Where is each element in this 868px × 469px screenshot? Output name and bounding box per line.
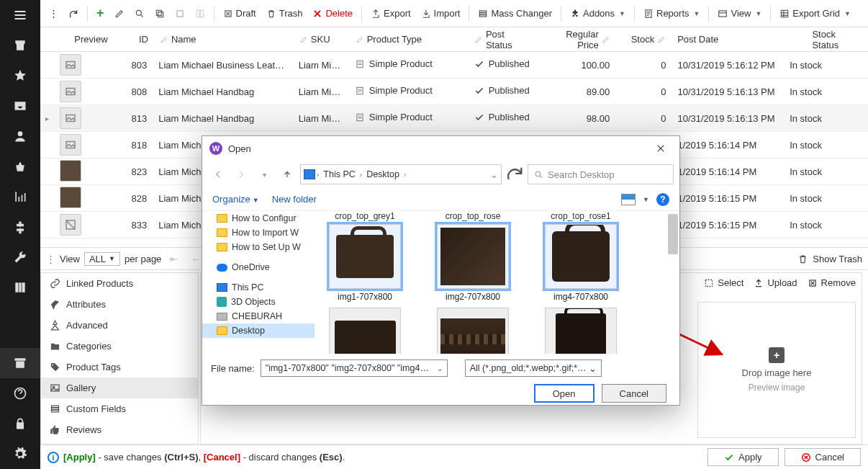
breadcrumb[interactable]: › This PC › Desktop › ⌄ <box>300 164 502 184</box>
file-item[interactable] <box>430 308 516 354</box>
col-stock-status[interactable]: Stock Status <box>783 29 868 50</box>
pager-all-select[interactable]: ALL▼ <box>84 252 120 266</box>
sidebar-item-linked[interactable]: Linked Products <box>41 273 198 294</box>
gallery-upload-button[interactable]: Upload <box>754 277 797 288</box>
trash-button[interactable]: Trash <box>262 6 307 21</box>
show-trash-toggle[interactable]: Show Trash <box>813 254 862 264</box>
wrench-icon[interactable] <box>0 242 40 272</box>
view-button[interactable]: View▼ <box>713 6 766 21</box>
sidebar-item-gallery[interactable]: Gallery <box>41 378 198 398</box>
col-product-type[interactable]: Product Type <box>350 34 448 45</box>
file-list[interactable]: crop_top_grey1crop_top_rosecrop_top_rose… <box>315 211 679 354</box>
mass-changer-button[interactable]: Mass Changer <box>474 6 556 21</box>
tree-item[interactable]: 3D Objects <box>202 295 315 309</box>
basket-icon[interactable] <box>0 151 40 182</box>
delete-button[interactable]: Delete <box>308 6 357 21</box>
sidebar-item-advanced[interactable]: Advanced <box>41 315 198 336</box>
chart-icon[interactable] <box>0 182 40 212</box>
gear-icon[interactable] <box>0 439 40 469</box>
inbox-icon[interactable] <box>0 91 40 121</box>
user-icon[interactable] <box>0 121 40 151</box>
sidebar-item-tags[interactable]: Product Tags <box>41 357 198 378</box>
scrollbar-thumb[interactable] <box>668 214 678 254</box>
sidebar-item-cats[interactable]: Categories <box>41 336 198 357</box>
add-icon[interactable]: + <box>92 4 109 23</box>
file-item[interactable]: img1-707x800 <box>322 224 408 302</box>
copy-icon[interactable] <box>150 6 169 21</box>
cancel-button[interactable]: Cancel <box>785 448 861 466</box>
col-name[interactable]: Name <box>154 34 294 45</box>
import-button[interactable]: Import <box>417 6 465 21</box>
export-button[interactable]: Export <box>366 6 415 21</box>
export-grid-button[interactable]: Export Grid▼ <box>775 6 855 21</box>
file-item[interactable]: img2-707x800 <box>430 224 516 302</box>
col-id[interactable]: ID <box>112 34 154 45</box>
file-item[interactable] <box>538 308 624 354</box>
view-mode-icon[interactable] <box>621 194 636 205</box>
gallery-select-button[interactable]: Select <box>704 277 743 288</box>
search-input[interactable]: Search Desktop <box>528 164 674 184</box>
sidebar-item-attrs[interactable]: Attributes <box>41 294 198 315</box>
crumb-desktop[interactable]: Desktop <box>363 169 402 179</box>
archive-icon[interactable] <box>0 348 40 378</box>
dialog-cancel-button[interactable]: Cancel <box>602 384 666 403</box>
tree-item[interactable]: CHEBURAH <box>202 309 315 323</box>
square-icon[interactable] <box>171 6 189 21</box>
menu-icon[interactable] <box>0 0 40 30</box>
draft-button[interactable]: Draft <box>219 6 261 21</box>
nav-up-icon[interactable] <box>277 164 297 184</box>
col-stock[interactable]: Stock <box>615 34 672 45</box>
view-mode-dropdown-icon[interactable]: ▼ <box>643 196 649 203</box>
edit-icon[interactable] <box>110 6 129 21</box>
organize-button[interactable]: Organize▼ <box>212 194 259 205</box>
tree-item[interactable]: OneDrive <box>202 260 315 274</box>
col-regular-price[interactable]: Regular Price <box>538 29 615 50</box>
table-row[interactable]: ▸813Liam Michael HandbagLiam MichaelSimp… <box>40 105 868 132</box>
new-folder-button[interactable]: New folder <box>272 194 317 205</box>
reports-button[interactable]: Reports▼ <box>639 6 704 21</box>
dialog-help-icon[interactable]: ? <box>656 193 669 206</box>
tree-item[interactable]: Desktop <box>202 323 315 338</box>
search-icon[interactable] <box>130 6 149 21</box>
gallery-remove-button[interactable]: Remove <box>808 277 856 288</box>
dialog-toolbar: Organize▼ New folder ▼ ? <box>202 188 679 211</box>
sidebar-item-reviews[interactable]: Reviews <box>41 419 198 440</box>
table-row[interactable]: 808Liam Michael HandbagLiam MichaelSimpl… <box>40 79 868 105</box>
refresh-icon[interactable] <box>64 6 83 21</box>
nav-recent-icon[interactable]: ▾ <box>254 164 274 184</box>
tree-item[interactable]: How to Set Up W <box>202 240 315 254</box>
nav-refresh-icon[interactable] <box>505 164 525 184</box>
col-preview[interactable]: Preview <box>54 34 112 45</box>
tree-item[interactable]: This PC <box>202 280 315 295</box>
addons-button[interactable]: Addons▼ <box>566 6 630 21</box>
nav-back-icon[interactable] <box>208 164 228 184</box>
lock-icon[interactable] <box>0 408 40 439</box>
nav-forward-icon[interactable] <box>231 164 251 184</box>
store-icon[interactable] <box>0 30 40 61</box>
tree-item[interactable]: How to Configur <box>202 211 315 225</box>
apply-button[interactable]: Apply <box>707 448 779 466</box>
crumb-dropdown-icon[interactable]: ⌄ <box>490 169 498 180</box>
columns-icon[interactable] <box>0 272 40 303</box>
puzzle-icon[interactable] <box>0 212 40 242</box>
crumb-this-pc[interactable]: This PC <box>320 169 358 179</box>
col-sku[interactable]: SKU <box>294 34 350 45</box>
col-post-status[interactable]: Post Status <box>469 29 538 50</box>
file-item[interactable]: img4-707x800 <box>538 224 624 302</box>
sidebar-item-custom[interactable]: Custom Fields <box>41 398 198 419</box>
dialog-nav: ▾ › This PC › Desktop › ⌄ Search Desktop <box>202 161 679 188</box>
page-first-icon[interactable]: ⇤ <box>166 252 182 266</box>
filename-input[interactable]: "img1-707x800" "img2-707x800" "img4-707x… <box>261 359 448 377</box>
star-icon[interactable] <box>0 61 40 91</box>
tree-item[interactable]: How to Import W <box>202 225 315 240</box>
more-icon[interactable]: ⋮ <box>45 6 63 21</box>
table-row[interactable]: 803Liam Michael Business Leather BagLiam… <box>40 52 868 79</box>
close-icon[interactable] <box>646 138 675 159</box>
filetype-filter[interactable]: All (*.png_old;*.webp;*.gif;*.ani⌄ <box>465 359 602 377</box>
col-post-date[interactable]: Post Date <box>672 34 783 45</box>
file-item[interactable] <box>322 308 408 354</box>
dialog-open-button[interactable]: Open <box>534 384 595 403</box>
squares-icon[interactable] <box>191 6 209 21</box>
help-icon[interactable] <box>0 378 40 408</box>
drop-zone[interactable]: + Drop image here Preview image <box>697 302 856 438</box>
